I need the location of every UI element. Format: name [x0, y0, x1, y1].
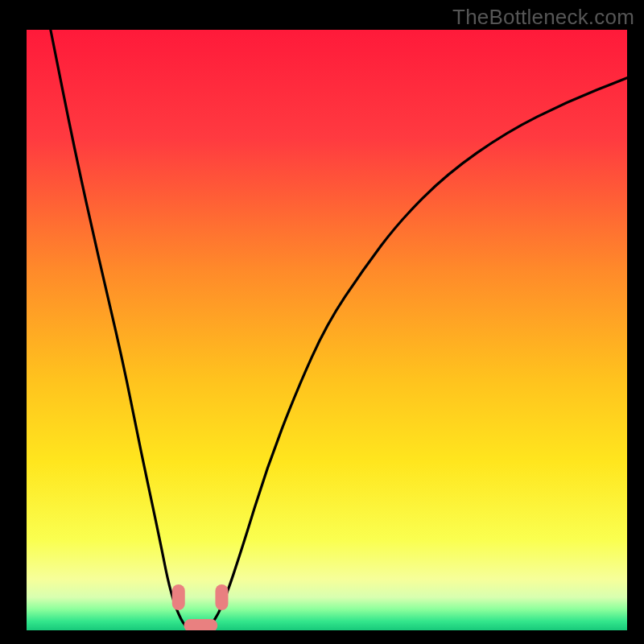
frame-left: [0, 0, 27, 644]
frame-bottom: [0, 630, 644, 644]
frame-right: [627, 0, 644, 644]
bottleneck-chart: [0, 0, 644, 644]
watermark-text: TheBottleneck.com: [452, 5, 634, 30]
marker-threshold-right: [215, 584, 228, 610]
marker-threshold-left: [172, 584, 185, 610]
